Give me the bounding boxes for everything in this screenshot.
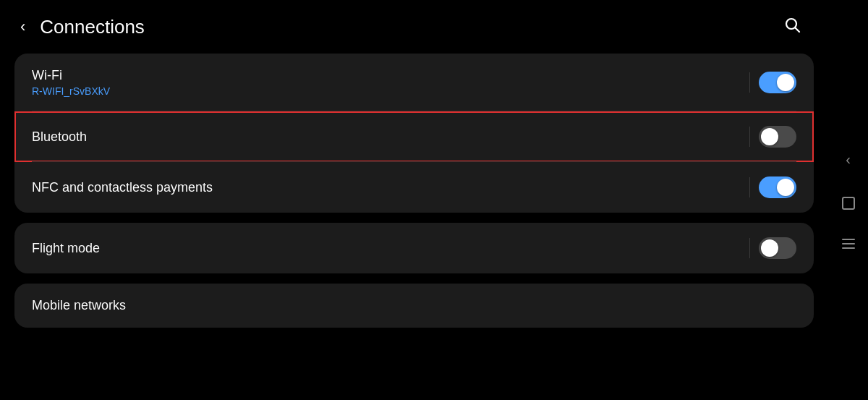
settings-groups: Wi-FiR-WIFI_rSvBXkVBluetoothNFC and cont… [14, 54, 814, 328]
nav-line [842, 239, 855, 240]
toggle-flight-mode[interactable] [759, 237, 796, 259]
android-nav-bar: ‹ [828, 0, 868, 400]
settings-item-left-wifi: Wi-FiR-WIFI_rSvBXkV [32, 68, 110, 97]
page-title: Connections [40, 16, 145, 38]
settings-group-group3: Mobile networks [14, 284, 814, 328]
nav-line [842, 247, 855, 249]
main-content: ‹ Connections Wi-FiR-WIFI_rSvBXkVBluetoo… [0, 0, 828, 400]
settings-item-flight-mode[interactable]: Flight mode [14, 223, 814, 273]
svg-line-1 [796, 28, 800, 33]
settings-item-label-bluetooth: Bluetooth [32, 129, 87, 145]
divider-wifi [749, 72, 750, 93]
settings-item-label-mobile-networks: Mobile networks [32, 298, 126, 313]
nav-lines-icon[interactable] [842, 239, 855, 249]
divider-flight-mode [749, 238, 750, 258]
settings-item-right-nfc [749, 176, 796, 198]
divider-nfc [749, 177, 750, 197]
nav-line [842, 243, 855, 244]
settings-item-nfc[interactable]: NFC and contactless payments [14, 162, 814, 213]
divider-bluetooth [749, 127, 750, 147]
settings-group-group1: Wi-FiR-WIFI_rSvBXkVBluetoothNFC and cont… [14, 54, 814, 213]
header-left: ‹ Connections [14, 14, 145, 39]
toggle-nfc[interactable] [759, 176, 796, 198]
settings-item-wifi[interactable]: Wi-FiR-WIFI_rSvBXkV [14, 54, 814, 111]
settings-item-label-flight-mode: Flight mode [32, 241, 100, 256]
toggle-knob-bluetooth [761, 128, 778, 145]
settings-item-bluetooth[interactable]: Bluetooth [14, 111, 814, 162]
nav-square-icon[interactable] [842, 197, 855, 210]
toggle-knob-wifi [777, 74, 794, 91]
nav-chevron-icon[interactable]: ‹ [846, 151, 851, 168]
settings-item-right-bluetooth [749, 126, 796, 148]
toggle-knob-nfc [777, 179, 794, 196]
settings-item-right-wifi [749, 72, 796, 93]
settings-item-label-nfc: NFC and contactless payments [32, 180, 213, 195]
settings-item-left-bluetooth: Bluetooth [32, 129, 87, 145]
back-button[interactable]: ‹ [14, 14, 31, 39]
search-button[interactable] [778, 13, 807, 41]
toggle-bluetooth[interactable] [759, 126, 796, 148]
settings-item-mobile-networks[interactable]: Mobile networks [14, 284, 814, 328]
header: ‹ Connections [14, 0, 814, 54]
settings-item-left-mobile-networks: Mobile networks [32, 298, 126, 313]
settings-item-left-flight-mode: Flight mode [32, 241, 100, 256]
settings-item-label-wifi: Wi-Fi [32, 68, 110, 83]
settings-item-right-flight-mode [749, 237, 796, 259]
toggle-wifi[interactable] [759, 72, 796, 93]
settings-group-group2: Flight mode [14, 223, 814, 273]
settings-item-left-nfc: NFC and contactless payments [32, 180, 213, 195]
toggle-knob-flight-mode [761, 239, 778, 257]
settings-item-sublabel-wifi: R-WIFI_rSvBXkV [32, 85, 110, 97]
